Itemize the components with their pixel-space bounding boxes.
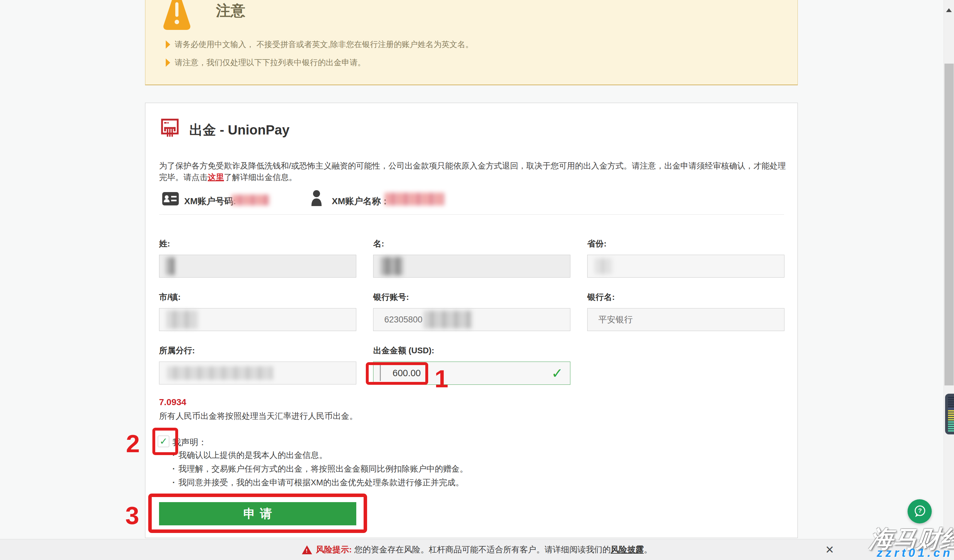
exchange-rate: 7.0934 <box>159 397 186 408</box>
redacted-bank-account <box>424 311 472 328</box>
withdrawal-description: 为了保护各方免受欺诈及降低洗钱和/或恐怖主义融资的可能性，公司出金款项只能依原入… <box>159 160 788 183</box>
bank-name-label: 银行名: <box>587 292 615 303</box>
notice-item: 请注意，我们仅处理以下下拉列表中银行的出金申请。 <box>166 57 365 68</box>
redacted-account-number <box>232 194 270 205</box>
bank-name-field[interactable]: 平安银行 <box>587 308 784 331</box>
exclamation-glyph: ! <box>306 548 308 554</box>
checkbox-check-icon: ✓ <box>159 437 167 446</box>
meter-stripe <box>948 415 954 416</box>
city-field[interactable] <box>159 308 356 331</box>
meter-stripe <box>948 426 954 427</box>
meter-stripe <box>948 404 954 405</box>
account-name-label: XM账户名称： <box>332 195 390 207</box>
bank-account-label: 银行账号: <box>373 292 409 303</box>
meter-stripe <box>948 430 954 431</box>
last-name-field[interactable] <box>159 255 356 278</box>
close-icon[interactable]: × <box>820 540 839 559</box>
meter-stripe <box>948 423 954 425</box>
details-link[interactable]: 这里 <box>208 173 224 182</box>
branch-field[interactable] <box>159 362 356 384</box>
meter-stripe <box>948 419 954 420</box>
text-cursor <box>380 365 381 381</box>
declaration-checkbox[interactable]: ✓ <box>158 436 169 447</box>
meter-stripe <box>948 417 954 418</box>
valid-check-icon: ✓ <box>551 365 563 381</box>
help-bubble-icon: ? <box>912 504 927 519</box>
bullet-arrow-icon <box>166 40 170 49</box>
notice-item-text: 请注意，我们仅处理以下下拉列表中银行的出金申请。 <box>175 57 365 68</box>
risk-text-end: 。 <box>644 544 652 555</box>
declaration-text: 我理解，交易账户任何方式的出金，将按照出金金额同比例扣除账户中的赠金。 <box>178 464 468 473</box>
meter-stripe <box>948 399 954 400</box>
withdrawal-page: 注意 请务必使用中文输入， 不接受拼音或者英文,除非您在银行注册的账户姓名为英文… <box>0 0 954 560</box>
risk-warning-bar: ! 风险提示: 您的资金存在风险。杠杆商品可能不适合所有客户。请详细阅读我们的 … <box>0 539 954 560</box>
bullet-dot: · <box>172 450 175 460</box>
notice-item-text: 请务必使用中文输入， 不接受拼音或者英文,除非您在银行注册的账户姓名为英文名。 <box>175 39 473 50</box>
risk-warning-icon: ! <box>302 545 312 554</box>
first-name-field[interactable] <box>373 255 571 278</box>
watermark-url: zzrt01.cn <box>877 546 953 560</box>
risk-disclosure-link[interactable]: 风险披露 <box>611 544 644 555</box>
help-button[interactable]: ? <box>907 499 932 523</box>
account-number-label: XM账户号码: <box>184 195 236 207</box>
exchange-rate-note: 所有人民币出金将按照处理当天汇率进行人民币出金。 <box>159 411 357 422</box>
redacted-account-name <box>385 193 444 205</box>
city-label: 市/镇: <box>159 292 181 303</box>
redacted-branch <box>168 366 273 380</box>
annotation-number-3: 3 <box>125 501 139 530</box>
page-title: 出金 - UnionPay <box>189 121 290 139</box>
meter-stripe <box>948 428 954 429</box>
branch-label: 所属分行: <box>159 345 195 356</box>
bank-account-field[interactable]: 62305800 <box>373 308 571 331</box>
notice-item: 请务必使用中文输入， 不接受拼音或者英文,除非您在银行注册的账户姓名为英文名。 <box>166 39 473 50</box>
risk-label: 风险提示: <box>316 544 352 555</box>
bank-account-visible-digits: 62305800 <box>384 315 422 325</box>
bullet-arrow-icon <box>166 59 170 67</box>
bullet-dot: · <box>172 464 175 473</box>
description-text: 了解详细出金信息。 <box>224 173 297 182</box>
amount-label: 出金金额 (USD): <box>373 345 434 356</box>
scrollbar-thumb[interactable] <box>945 64 954 386</box>
annotation-number-2: 2 <box>126 429 140 458</box>
person-icon <box>311 190 322 206</box>
declaration-item: ·我同意并接受，我的出金申请可根据XM的出金优先处理条款进行修正并完成。 <box>172 477 464 488</box>
province-label: 省份: <box>587 238 606 249</box>
declaration-label: 我声明： <box>172 437 207 448</box>
amount-input[interactable]: 600.00 ✓ <box>373 362 571 385</box>
declaration-item: ·我理解，交易账户任何方式的出金，将按照出金金额同比例扣除账户中的赠金。 <box>172 464 468 474</box>
meter-stripe <box>948 408 954 409</box>
first-name-label: 名: <box>373 238 384 249</box>
edge-meter-widget[interactable] <box>945 394 954 434</box>
section-divider <box>159 214 784 215</box>
redacted-last-name <box>166 257 175 275</box>
declaration-item: ·我确认以上提供的是我本人的出金信息。 <box>172 450 327 461</box>
notice-box: 注意 请务必使用中文输入， 不接受拼音或者英文,除非您在银行注册的账户姓名为英文… <box>145 0 798 85</box>
meter-stripe <box>948 412 954 414</box>
meter-stripe <box>948 401 954 403</box>
help-question-glyph: ? <box>918 507 922 514</box>
province-field[interactable] <box>587 255 784 278</box>
meter-stripe <box>948 410 954 412</box>
amount-value: 600.00 <box>393 368 421 378</box>
meter-stripe <box>948 406 954 407</box>
bank-name-value: 平安银行 <box>599 314 633 325</box>
risk-text: 您的资金存在风险。杠杆商品可能不适合所有客户。请详细阅读我们的 <box>354 544 611 555</box>
declaration-text: 我确认以上提供的是我本人的出金信息。 <box>178 450 327 460</box>
bullet-dot: · <box>172 478 175 487</box>
withdrawal-card: 出金 - UnionPay 为了保护各方免受欺诈及降低洗钱和/或恐怖主义融资的可… <box>145 103 798 538</box>
declaration-text: 我同意并接受，我的出金申请可根据XM的出金优先处理条款进行修正并完成。 <box>178 478 464 487</box>
scrollbar-track[interactable] <box>943 0 954 560</box>
notice-title: 注意 <box>216 1 245 21</box>
last-name-label: 姓: <box>159 238 170 249</box>
scrollbar-up-arrow-icon[interactable] <box>946 8 952 12</box>
warning-triangle-icon <box>163 0 190 30</box>
submit-button[interactable]: 申请 <box>159 502 356 525</box>
meter-stripe <box>948 397 954 398</box>
redacted-province <box>595 258 613 274</box>
redacted-city <box>167 310 198 329</box>
meter-stripe <box>948 422 954 423</box>
redacted-first-name <box>381 257 403 275</box>
id-card-icon <box>162 192 179 205</box>
unionpay-bank-icon <box>161 118 179 138</box>
